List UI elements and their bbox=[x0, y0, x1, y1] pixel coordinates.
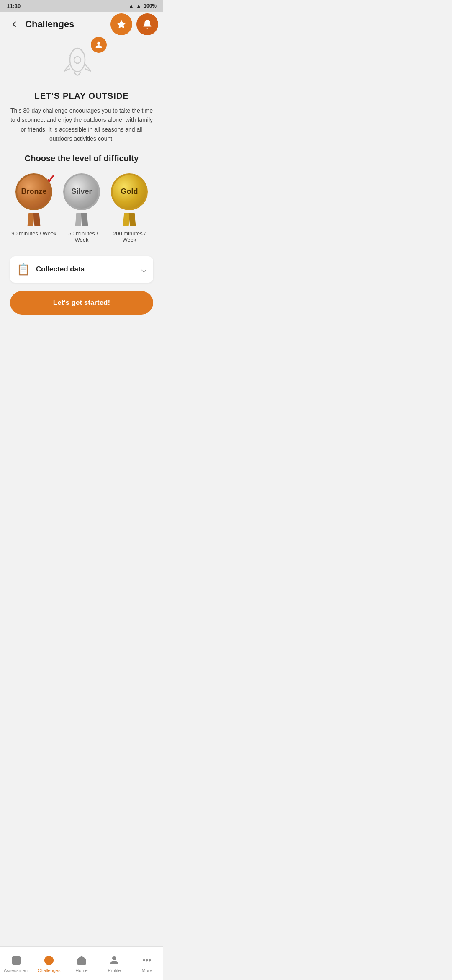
bronze-ribbon bbox=[28, 213, 40, 226]
silver-medal[interactable]: Silver 150 minutes /Week bbox=[59, 173, 105, 243]
svg-point-3 bbox=[74, 57, 81, 63]
star-button[interactable] bbox=[110, 13, 132, 35]
bronze-label: 90 minutes / Week bbox=[11, 230, 56, 237]
gold-ribbon bbox=[123, 213, 135, 226]
back-button[interactable] bbox=[7, 17, 22, 32]
bronze-medal[interactable]: Bronze ✓ 90 minutes / Week bbox=[11, 173, 57, 237]
silver-ribbon bbox=[76, 213, 87, 226]
main-content: LET'S PLAY OUTSIDE This 30-day challenge… bbox=[0, 37, 163, 356]
challenge-description: This 30-day challenge encourages you to … bbox=[10, 106, 153, 144]
status-bar: 11:30 ▲ ▲ 100% bbox=[0, 0, 163, 12]
chevron-down-icon: ⌵ bbox=[141, 264, 146, 275]
bell-button[interactable] bbox=[136, 13, 158, 35]
difficulty-title: Choose the level of difficulty bbox=[10, 154, 153, 163]
cta-button[interactable]: Let's get started! bbox=[10, 291, 153, 315]
challenge-icon-area bbox=[56, 37, 107, 91]
silver-medal-circle: Silver bbox=[63, 173, 100, 210]
gold-medal-circle: Gold bbox=[111, 173, 148, 210]
header: Challenges bbox=[0, 12, 163, 37]
gold-label: 200 minutes /Week bbox=[113, 230, 146, 243]
selected-checkmark: ✓ bbox=[46, 173, 56, 185]
svg-marker-0 bbox=[117, 20, 126, 28]
header-action-icons bbox=[110, 13, 158, 35]
battery-icon: 100% bbox=[144, 3, 157, 9]
signal-icon: ▲ bbox=[136, 3, 141, 9]
status-icons: ▲ ▲ 100% bbox=[129, 3, 157, 9]
challenge-title: LET'S PLAY OUTSIDE bbox=[10, 91, 153, 101]
medals-row: Bronze ✓ 90 minutes / Week Silver 150 mi… bbox=[10, 173, 153, 243]
gold-medal[interactable]: Gold 200 minutes /Week bbox=[106, 173, 152, 243]
collected-data-label: Collected data bbox=[36, 265, 141, 273]
user-avatar bbox=[91, 37, 107, 53]
collected-data-row[interactable]: 📋 Collected data ⌵ bbox=[10, 256, 153, 283]
collected-data-icon: 📋 bbox=[17, 263, 30, 276]
wifi-icon: ▲ bbox=[129, 3, 134, 9]
status-time: 11:30 bbox=[7, 3, 21, 9]
silver-label: 150 minutes /Week bbox=[65, 230, 98, 243]
svg-point-1 bbox=[97, 42, 100, 45]
